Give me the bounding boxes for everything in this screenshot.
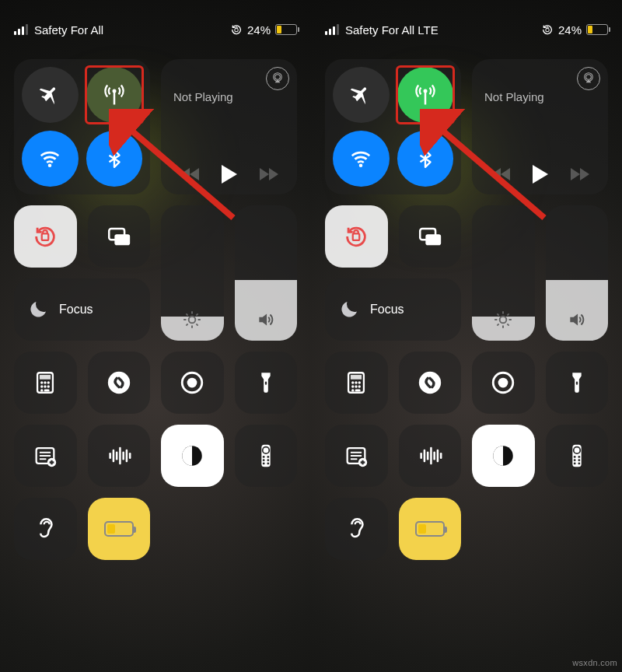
rotation-lock-icon <box>343 223 369 250</box>
orientation-lock-button[interactable] <box>325 205 388 268</box>
flashlight-button[interactable] <box>235 352 298 414</box>
hearing-button[interactable] <box>325 498 388 560</box>
media-status-text: Not Playing <box>169 90 289 165</box>
screen-record-button[interactable] <box>161 352 224 414</box>
airplane-icon <box>39 84 61 106</box>
airplay-button[interactable] <box>266 67 289 90</box>
cellular-data-toggle[interactable] <box>397 67 454 123</box>
svg-rect-81 <box>355 390 361 392</box>
wifi-icon <box>38 147 61 170</box>
screen-mirroring-button[interactable] <box>88 205 151 268</box>
svg-point-52 <box>267 463 269 465</box>
low-power-icon <box>104 521 134 537</box>
screen-mirroring-button[interactable] <box>399 205 462 268</box>
media-playback-tile[interactable]: Not Playing <box>472 59 608 194</box>
rewind-button[interactable] <box>180 168 199 180</box>
notes-icon <box>32 443 58 469</box>
shazam-button[interactable] <box>88 352 151 414</box>
calculator-icon <box>32 369 58 396</box>
svg-point-82 <box>419 372 441 394</box>
cellular-bars-icon <box>325 24 339 35</box>
wifi-toggle[interactable] <box>22 131 79 187</box>
speaker-icon <box>256 310 276 330</box>
shazam-icon <box>106 369 132 396</box>
apple-tv-remote-button[interactable] <box>235 425 298 487</box>
svg-point-4 <box>275 75 281 80</box>
cellular-data-toggle[interactable] <box>86 67 143 123</box>
svg-point-105 <box>574 463 576 465</box>
flashlight-icon <box>253 369 279 396</box>
focus-button[interactable]: Focus <box>325 278 461 341</box>
carrier-name: Safety For All <box>34 23 103 37</box>
svg-point-76 <box>358 381 361 383</box>
orientation-lock-button[interactable] <box>14 205 77 268</box>
focus-label: Focus <box>370 303 404 317</box>
apple-tv-remote-button[interactable] <box>546 425 609 487</box>
svg-line-15 <box>197 324 198 325</box>
control-center-left: Safety For All 24% <box>0 0 311 672</box>
svg-point-22 <box>47 381 50 383</box>
airplane-icon <box>350 84 372 106</box>
play-button[interactable] <box>533 165 548 184</box>
speaker-icon <box>567 310 587 330</box>
screen-mirroring-icon <box>417 223 443 250</box>
svg-point-49 <box>263 459 265 461</box>
screen-record-button[interactable] <box>472 352 535 414</box>
quick-note-button[interactable] <box>325 425 388 487</box>
airplane-mode-toggle[interactable] <box>333 67 390 123</box>
calculator-button[interactable] <box>14 352 77 414</box>
antenna-icon <box>414 83 437 107</box>
focus-label: Focus <box>59 303 93 317</box>
media-playback-tile[interactable]: Not Playing <box>161 59 297 194</box>
dark-mode-button[interactable] <box>472 425 535 487</box>
bluetooth-toggle[interactable] <box>397 131 454 187</box>
shazam-button[interactable] <box>399 352 462 414</box>
airplane-mode-toggle[interactable] <box>22 67 79 123</box>
volume-slider[interactable] <box>546 205 609 341</box>
svg-line-70 <box>508 313 509 315</box>
status-bar: Safety For All 24% <box>0 0 311 50</box>
notes-icon <box>343 443 369 469</box>
svg-line-17 <box>187 324 188 325</box>
svg-point-79 <box>358 385 361 387</box>
brightness-slider[interactable] <box>161 205 224 341</box>
battery-icon <box>275 24 297 35</box>
rewind-button[interactable] <box>491 168 510 180</box>
svg-point-28 <box>108 372 130 394</box>
bluetooth-toggle[interactable] <box>86 131 143 187</box>
play-button[interactable] <box>222 165 237 184</box>
record-icon <box>490 369 516 396</box>
wifi-toggle[interactable] <box>333 131 390 187</box>
brightness-slider[interactable] <box>472 205 535 341</box>
quick-note-button[interactable] <box>14 425 77 487</box>
side-by-side-comparison: Safety For All 24% <box>0 0 622 672</box>
flashlight-button[interactable] <box>546 352 609 414</box>
rotation-lock-icon <box>32 223 58 250</box>
svg-line-14 <box>187 313 188 315</box>
volume-slider[interactable] <box>235 205 298 341</box>
voice-memos-button[interactable] <box>399 425 462 487</box>
svg-line-71 <box>498 324 499 325</box>
airplay-button[interactable] <box>577 67 600 90</box>
svg-rect-0 <box>235 29 238 32</box>
low-power-mode-button[interactable] <box>399 498 462 560</box>
svg-line-69 <box>508 324 509 325</box>
waveform-icon <box>106 443 132 469</box>
fastforward-button[interactable] <box>260 168 278 180</box>
svg-rect-6 <box>42 233 49 240</box>
voice-memos-button[interactable] <box>88 425 151 487</box>
hearing-button[interactable] <box>14 498 77 560</box>
airplay-icon <box>582 72 595 85</box>
rotation-lock-status-icon <box>541 23 554 36</box>
calculator-button[interactable] <box>325 352 388 414</box>
ear-icon <box>343 516 369 542</box>
svg-point-74 <box>351 381 354 383</box>
remote-icon <box>253 443 279 469</box>
battery-percent: 24% <box>558 23 582 37</box>
svg-rect-31 <box>265 382 267 385</box>
dark-mode-button[interactable] <box>161 425 224 487</box>
fastforward-button[interactable] <box>571 168 589 180</box>
connectivity-tile <box>14 59 150 194</box>
focus-button[interactable]: Focus <box>14 278 150 341</box>
low-power-mode-button[interactable] <box>88 498 151 560</box>
